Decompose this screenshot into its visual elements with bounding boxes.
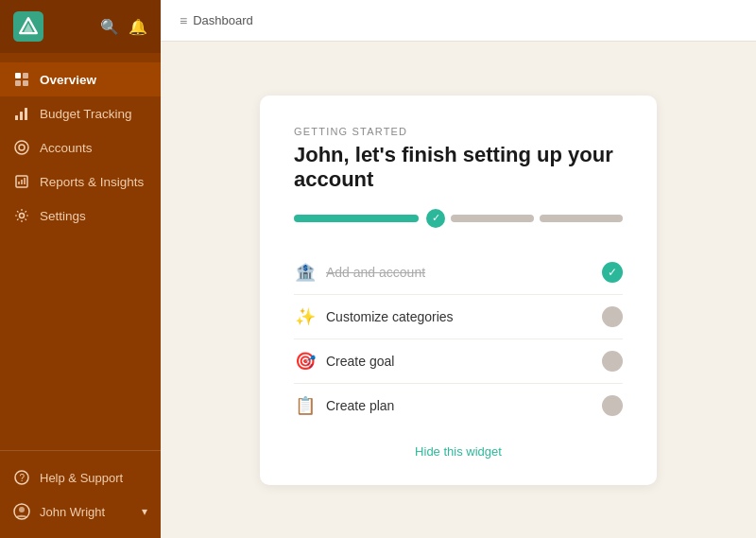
- user-profile-item[interactable]: John Wright ▾: [0, 495, 161, 529]
- reports-icon: [13, 173, 30, 190]
- svg-rect-9: [25, 108, 27, 120]
- help-support-label: Help & Support: [40, 471, 123, 485]
- header-icons: 🔍 🔔: [100, 18, 147, 36]
- accounts-icon: [13, 139, 30, 156]
- svg-point-10: [15, 141, 28, 154]
- sidebar-header: 🔍 🔔: [0, 0, 161, 53]
- step-customize-categories[interactable]: ✨ Customize categories: [294, 295, 623, 339]
- getting-started-widget: GETTING STARTED John, let's finish setti…: [260, 95, 657, 485]
- customize-categories-emoji: ✨: [294, 306, 317, 327]
- step-done-icon: ✓: [602, 262, 623, 283]
- bell-icon[interactable]: 🔔: [129, 18, 147, 36]
- sidebar-item-label: Overview: [40, 73, 96, 87]
- svg-rect-6: [23, 80, 28, 86]
- sidebar-item-label: Reports & Insights: [40, 175, 144, 189]
- svg-rect-8: [20, 112, 23, 120]
- settings-icon: [13, 207, 30, 224]
- step-add-account[interactable]: 🏦 Add and account ✓: [294, 251, 623, 295]
- step-pending-icon: [602, 351, 623, 372]
- main-content: ≡ Dashboard GETTING STARTED John, let's …: [161, 0, 756, 538]
- sidebar-item-budget-tracking[interactable]: Budget Tracking: [0, 96, 161, 130]
- sidebar-footer: ? Help & Support John Wright ▾: [0, 450, 161, 538]
- content-area: GETTING STARTED John, let's finish setti…: [161, 42, 756, 538]
- topbar: ≡ Dashboard: [161, 0, 756, 42]
- svg-text:?: ?: [20, 473, 26, 483]
- step-left: 📋 Create plan: [294, 395, 394, 416]
- progress-segment-1: [294, 215, 419, 222]
- help-icon: ?: [13, 469, 30, 486]
- step-create-goal[interactable]: 🎯 Create goal: [294, 339, 623, 384]
- svg-rect-5: [15, 80, 21, 86]
- progress-bar: ✓: [294, 209, 623, 228]
- menu-icon: ≡: [180, 13, 187, 28]
- create-plan-emoji: 📋: [294, 395, 317, 416]
- search-icon[interactable]: 🔍: [100, 18, 119, 36]
- sidebar-item-overview[interactable]: Overview: [0, 62, 161, 96]
- svg-rect-4: [23, 73, 28, 78]
- add-account-label: Add and account: [326, 265, 425, 280]
- sidebar-item-accounts[interactable]: Accounts: [0, 130, 161, 165]
- create-goal-label: Create goal: [326, 354, 394, 369]
- app-logo: [13, 11, 43, 42]
- breadcrumb-label: Dashboard: [193, 13, 253, 27]
- svg-point-11: [19, 145, 25, 150]
- progress-segment-2: [451, 215, 534, 222]
- step-pending-icon: [602, 395, 623, 416]
- widget-title: John, let's finish setting up your accou…: [294, 143, 623, 192]
- svg-point-16: [20, 214, 25, 218]
- user-left: John Wright: [13, 503, 105, 520]
- sidebar-item-label: Budget Tracking: [40, 107, 132, 121]
- progress-check-icon: ✓: [426, 209, 445, 228]
- add-account-emoji: 🏦: [294, 262, 317, 283]
- sidebar: 🔍 🔔 Overview: [0, 0, 161, 538]
- hide-widget-link[interactable]: Hide this widget: [294, 444, 623, 459]
- step-pending-icon: [602, 306, 623, 327]
- help-support-item[interactable]: ? Help & Support: [0, 460, 161, 495]
- svg-rect-7: [15, 115, 18, 120]
- user-avatar-icon: [13, 503, 30, 520]
- step-left: ✨ Customize categories: [294, 306, 454, 327]
- getting-started-label: GETTING STARTED: [294, 126, 623, 137]
- chevron-down-icon: ▾: [142, 505, 147, 518]
- user-name-label: John Wright: [40, 505, 105, 519]
- sidebar-item-label: Accounts: [40, 141, 93, 155]
- step-create-plan[interactable]: 📋 Create plan: [294, 384, 623, 427]
- create-goal-emoji: 🎯: [294, 351, 317, 372]
- budget-icon: [13, 105, 30, 122]
- progress-segment-3: [540, 215, 623, 222]
- sidebar-item-reports[interactable]: Reports & Insights: [0, 165, 161, 199]
- svg-rect-3: [15, 73, 21, 78]
- create-plan-label: Create plan: [326, 398, 394, 413]
- sidebar-nav: Overview Budget Tracking Accounts: [0, 53, 161, 450]
- overview-icon: [13, 71, 30, 88]
- breadcrumb: ≡ Dashboard: [180, 13, 253, 28]
- customize-categories-label: Customize categories: [326, 309, 454, 324]
- step-left: 🏦 Add and account: [294, 262, 425, 283]
- sidebar-item-label: Settings: [40, 209, 86, 223]
- svg-point-20: [19, 507, 25, 512]
- step-left: 🎯 Create goal: [294, 351, 394, 372]
- sidebar-item-settings[interactable]: Settings: [0, 199, 161, 233]
